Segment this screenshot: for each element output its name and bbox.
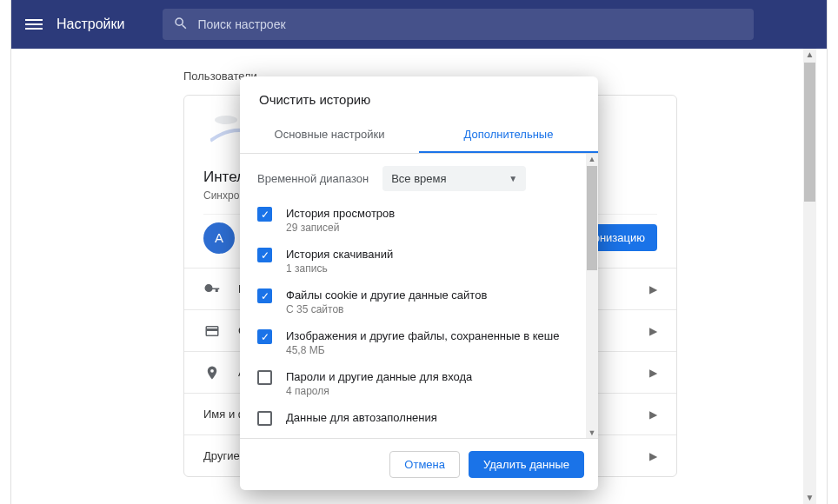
opt-cookies[interactable]: Файлы cookie и другие данные сайтов С 35… [257, 282, 581, 322]
clear-history-dialog: Очистить историю Основные настройки Допо… [240, 76, 598, 490]
delete-data-button[interactable]: Удалить данные [469, 451, 584, 478]
checkbox[interactable] [257, 329, 272, 344]
time-range-value: Все время [391, 172, 446, 185]
opt-sub: 29 записей [286, 222, 395, 234]
opt-autofill[interactable]: Данные для автозаполнения [257, 404, 581, 433]
opt-passwords[interactable]: Пароли и другие данные для входа 4 парол… [257, 363, 581, 404]
tab-advanced[interactable]: Дополнительные [419, 117, 598, 153]
tab-basic[interactable]: Основные настройки [240, 117, 419, 153]
opt-title: Данные для автозаполнения [286, 411, 437, 424]
opt-title: Изображения и другие файлы, сохраненные … [286, 329, 559, 342]
opt-browsing-history[interactable]: История просмотров 29 записей [257, 200, 581, 241]
dialog-tabs: Основные настройки Дополнительные [240, 117, 598, 154]
time-range-row: Временной диапазон Все время ▼ [240, 154, 598, 200]
opt-cached-images[interactable]: Изображения и другие файлы, сохраненные … [257, 322, 581, 363]
dialog-title: Очистить историю [240, 76, 598, 117]
cancel-button[interactable]: Отмена [389, 451, 460, 478]
dialog-footer: Отмена Удалить данные [240, 438, 598, 490]
opt-title: Пароли и другие данные для входа [286, 370, 472, 383]
checkbox[interactable] [257, 207, 272, 222]
dialog-scrollbar[interactable]: ▲ ▼ [586, 154, 598, 438]
checkbox[interactable] [257, 288, 272, 303]
checkbox[interactable] [257, 248, 272, 262]
opt-title: Файлы cookie и другие данные сайтов [286, 288, 487, 302]
time-range-label: Временной диапазон [257, 172, 369, 185]
opt-sub: 4 пароля [286, 385, 472, 397]
opt-title: История просмотров [286, 207, 395, 220]
opt-sub: 1 запись [286, 262, 393, 275]
time-range-select[interactable]: Все время ▼ [382, 166, 526, 191]
checkbox[interactable] [257, 411, 272, 426]
modal-overlay: Очистить историю Основные настройки Допо… [11, 0, 827, 504]
checkbox[interactable] [257, 370, 272, 385]
options-list: История просмотров 29 записей История ск… [240, 200, 598, 438]
dropdown-icon: ▼ [509, 174, 517, 183]
opt-title: История скачиваний [286, 248, 393, 261]
opt-sub: С 35 сайтов [286, 303, 487, 315]
opt-sub: 45,8 МБ [286, 344, 559, 356]
opt-download-history[interactable]: История скачиваний 1 запись [257, 241, 581, 282]
